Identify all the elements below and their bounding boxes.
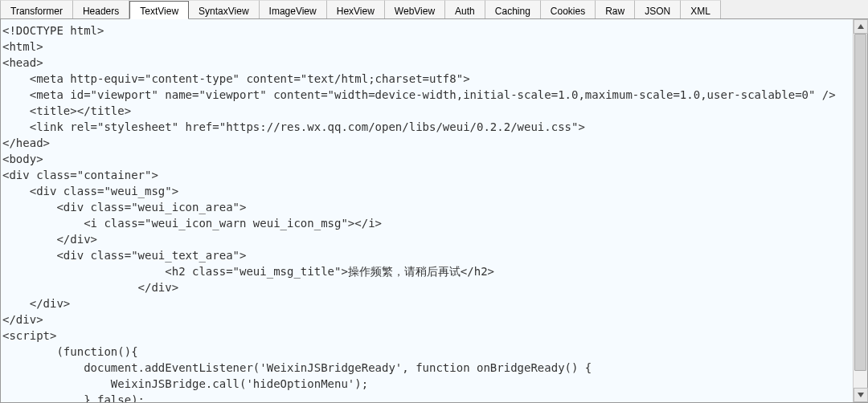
tab-hexview[interactable]: HexView <box>327 0 385 18</box>
tab-syntaxview[interactable]: SyntaxView <box>189 0 259 18</box>
scroll-thumb[interactable] <box>854 34 866 371</box>
tab-webview[interactable]: WebView <box>385 0 445 18</box>
tab-json[interactable]: JSON <box>635 0 681 18</box>
text-view-content[interactable]: <!DOCTYPE html> <html> <head> <meta http… <box>1 19 853 402</box>
tab-xml[interactable]: XML <box>681 0 721 18</box>
scroll-down-arrow[interactable] <box>854 388 868 402</box>
tab-raw[interactable]: Raw <box>596 0 635 18</box>
scroll-track[interactable] <box>854 34 867 388</box>
tab-headers[interactable]: Headers <box>73 0 129 18</box>
tab-transformer[interactable]: Transformer <box>0 0 73 18</box>
tab-caching[interactable]: Caching <box>485 0 541 18</box>
tab-textview[interactable]: TextView <box>129 1 189 19</box>
scroll-up-arrow[interactable] <box>854 19 868 34</box>
tab-imageview[interactable]: ImageView <box>260 0 327 18</box>
tab-cookies[interactable]: Cookies <box>541 0 596 18</box>
vertical-scrollbar[interactable] <box>853 19 867 402</box>
content-panel: <!DOCTYPE html> <html> <head> <meta http… <box>0 19 868 403</box>
inspector-tabs: TransformerHeadersTextViewSyntaxViewImag… <box>0 0 868 19</box>
tab-auth[interactable]: Auth <box>445 0 485 18</box>
